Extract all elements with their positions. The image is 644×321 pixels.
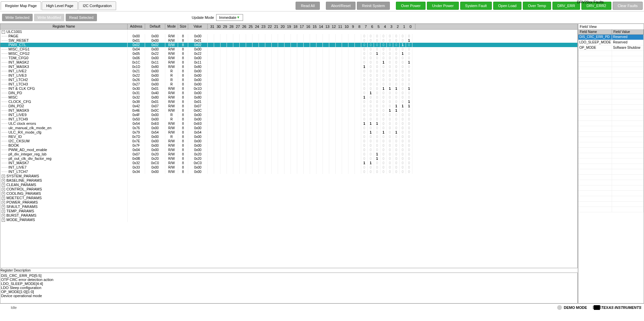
bit-cell[interactable]: 0 — [374, 95, 380, 100]
bit-cell[interactable]: 0 — [368, 139, 374, 143]
bit-cell[interactable]: 0 — [387, 82, 393, 86]
register-row[interactable]: REV_ID0x7D0x00R80x0000000000 — [0, 135, 577, 139]
bit-cell[interactable]: 0 — [387, 113, 393, 117]
bit-cell[interactable]: 0 — [387, 165, 393, 170]
reinit-system-button[interactable]: Reinit System — [357, 2, 390, 10]
bit-cell[interactable]: 0 — [406, 152, 412, 156]
bit-cell[interactable]: 0 — [406, 65, 412, 69]
bit-cell[interactable]: 0 — [374, 135, 380, 139]
register-row[interactable]: INT_LTCH30x270x00R80x0000000000 — [0, 82, 577, 86]
bit-cell[interactable]: 1 — [387, 86, 393, 91]
bit-cell[interactable]: 0 — [361, 135, 368, 139]
bit-cell[interactable]: 0 — [406, 82, 412, 86]
group-row[interactable]: +BURST_PARAMS — [0, 213, 577, 218]
bit-cell[interactable]: 0 — [368, 170, 374, 174]
bit-cell[interactable]: 0 — [393, 34, 400, 38]
field-value[interactable]: Software Shutdow — [612, 45, 644, 50]
bit-cell[interactable]: 0 — [400, 117, 406, 121]
bit-cell[interactable]: 0 — [400, 56, 406, 60]
group-row[interactable]: +SYSTEM_PARAMS — [0, 174, 577, 178]
bit-cell[interactable]: 0 — [380, 65, 387, 69]
bit-cell[interactable]: 0 — [400, 78, 406, 82]
bit-cell[interactable]: 0 — [393, 65, 400, 69]
bit-cell[interactable]: 1 — [400, 51, 406, 56]
bit-cell[interactable]: 0 — [400, 34, 406, 38]
bit-cell[interactable]: 1 — [361, 121, 368, 126]
bit-cell[interactable]: 0 — [368, 113, 374, 117]
bit-cell[interactable]: 0 — [380, 78, 387, 82]
expand-icon[interactable]: + — [2, 183, 5, 187]
bit-cell[interactable]: 0 — [387, 117, 393, 121]
bit-cell[interactable]: 0 — [400, 130, 406, 135]
field-header-name[interactable]: Field Name — [578, 29, 612, 34]
bit-cell[interactable]: 0 — [387, 65, 393, 69]
bit-cell[interactable]: 0 — [406, 56, 412, 60]
bit-cell[interactable]: 1 — [406, 104, 412, 108]
bit-cell[interactable]: 0 — [387, 143, 393, 148]
bit-cell[interactable]: 0 — [393, 56, 400, 60]
bit-cell[interactable]: 0 — [374, 148, 380, 152]
bit-cell[interactable]: 0 — [406, 165, 412, 170]
bit-cell[interactable]: 0 — [361, 165, 368, 170]
abort-reset-button[interactable]: Abort/Reset — [326, 2, 355, 10]
bit-cell[interactable]: 0 — [400, 91, 406, 95]
bit-cell[interactable]: 0 — [393, 60, 400, 65]
register-row[interactable]: MISC_CFG20x050x22R/W80x2200100010 — [0, 51, 577, 56]
register-row[interactable]: INT_MASK30x1D0x80R/W80x8010000000 — [0, 65, 577, 69]
register-row[interactable]: ULC_RX_mode_cfg0x790x54R/W80x5401010100 — [0, 130, 577, 135]
bit-cell[interactable]: 0 — [380, 139, 387, 143]
bit-cell[interactable]: 0 — [387, 91, 393, 95]
tab-register-map[interactable]: Register Map Page — [1, 1, 41, 10]
expand-icon[interactable]: + — [2, 210, 5, 213]
write-selected-button[interactable]: Write Selected — [2, 14, 33, 21]
bit-cell[interactable]: 0 — [393, 121, 400, 126]
under-power-button[interactable]: Under Power — [427, 2, 459, 10]
bit-cell[interactable]: 0 — [361, 91, 368, 95]
bit-cell[interactable]: 1 — [380, 60, 387, 65]
group-row[interactable]: +MDETECT_PARAMS — [0, 196, 577, 200]
bit-cell[interactable]: 0 — [393, 100, 400, 104]
read-selected-button[interactable]: Read Selected — [66, 14, 97, 21]
bit-cell[interactable]: 0 — [368, 47, 374, 51]
bit-cell[interactable]: 0 — [361, 38, 368, 43]
bit-cell[interactable]: 1 — [374, 51, 380, 56]
header-address[interactable]: Address — [128, 24, 145, 29]
bit-cell[interactable]: 0 — [374, 100, 380, 104]
bit-cell[interactable]: 0 — [368, 143, 374, 148]
field-row[interactable]: LDO_SLEEP_MODEReserved — [578, 40, 644, 45]
bit-cell[interactable]: 0 — [380, 47, 387, 51]
bit-cell[interactable]: 0 — [361, 104, 368, 108]
bit-cell[interactable]: 0 — [380, 117, 387, 121]
register-row[interactable]: PWR_CTL0x020x02R/W80x0200000010 — [0, 43, 577, 47]
register-row[interactable]: ULC clock errors0x540xE0R/W80xE011100000 — [0, 121, 577, 126]
bit-cell[interactable]: 0 — [361, 126, 368, 130]
bit-cell[interactable]: 0 — [361, 82, 368, 86]
bit-cell[interactable]: 0 — [368, 165, 374, 170]
bit-cell[interactable]: 0 — [368, 156, 374, 161]
bit-cell[interactable]: 0 — [406, 95, 412, 100]
register-row[interactable]: INT_MASK20x1C0x11R/W80x1100010001 — [0, 60, 577, 65]
register-row[interactable]: PWM_AD_mod_enable0x040x00R/W80x000000000… — [0, 148, 577, 152]
bit-cell[interactable]: 0 — [361, 100, 368, 104]
bit-cell[interactable]: 0 — [393, 152, 400, 156]
bit-cell[interactable]: 0 — [374, 143, 380, 148]
bit-cell[interactable]: 0 — [400, 121, 406, 126]
bit-cell[interactable]: 0 — [400, 156, 406, 161]
bit-cell[interactable]: 0 — [406, 139, 412, 143]
bit-cell[interactable]: 0 — [361, 73, 368, 78]
register-row[interactable]: SW_RESET0x010x00R/W80x0100000001 — [0, 38, 577, 43]
bit-cell[interactable]: 0 — [361, 143, 368, 148]
register-row[interactable]: INT_LTCH70x340x00R/W80x0000000000 — [0, 170, 577, 174]
register-row[interactable]: INT_LIVE90x4F0x00R80x0000000000 — [0, 113, 577, 117]
bit-cell[interactable]: 0 — [368, 73, 374, 78]
bit-cell[interactable]: 0 — [368, 95, 374, 100]
bit-cell[interactable]: 0 — [374, 47, 380, 51]
bit-cell[interactable]: 0 — [406, 161, 412, 165]
bit-cell[interactable]: 0 — [361, 108, 368, 113]
bit-cell[interactable]: 0 — [361, 43, 368, 47]
bit-cell[interactable]: 0 — [374, 78, 380, 82]
bit-cell[interactable]: 0 — [361, 113, 368, 117]
bit-cell[interactable]: 1 — [374, 152, 380, 156]
bit-cell[interactable]: 0 — [406, 47, 412, 51]
bit-cell[interactable]: 0 — [368, 148, 374, 152]
